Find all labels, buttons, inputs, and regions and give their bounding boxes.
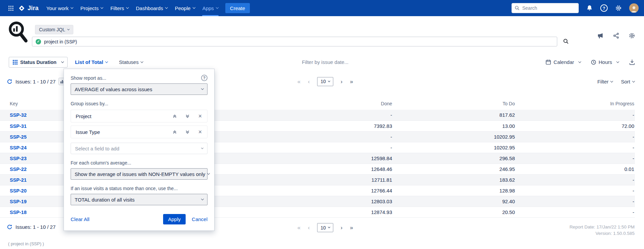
user-avatar[interactable] (629, 3, 639, 13)
show-report-label: Show report as... (71, 75, 106, 81)
add-field-select[interactable]: Select a field to add (71, 143, 207, 154)
issue-key-link[interactable]: SSP-32 (10, 112, 27, 118)
run-query-search-icon[interactable] (563, 38, 569, 45)
jira-logo[interactable]: Jira (16, 5, 43, 12)
hours-dropdown-button[interactable]: Hours (591, 59, 619, 65)
first-page-button[interactable]: « (297, 79, 300, 84)
chevron-down-icon (141, 60, 143, 63)
column-average-value: Show the average of issues with NON-EMPT… (75, 171, 205, 177)
issue-key-link[interactable]: SSP-22 (10, 167, 27, 172)
cancel-link[interactable]: Cancel (192, 216, 207, 222)
issue-key-link[interactable]: SSP-20 (10, 188, 27, 193)
last-page-button[interactable]: » (350, 79, 353, 84)
nav-item-your-work[interactable]: Your work (43, 0, 77, 16)
chevron-down-icon (616, 60, 619, 63)
create-button[interactable]: Create (225, 3, 250, 13)
cell-todo: 246.95 (393, 164, 516, 174)
statuses-label: Statuses (119, 59, 139, 65)
report-date: Report Date: 17/Jan/22 1:50 PM (569, 224, 635, 230)
share-icon[interactable] (613, 33, 619, 39)
show-report-select[interactable]: AVERAGE of values across issues (71, 83, 207, 95)
chevron-down-icon (61, 60, 64, 63)
issues-count-group: Issues: 1 - 10 / 27 (7, 78, 66, 85)
refresh-icon[interactable] (7, 79, 12, 84)
jql-query-input[interactable]: ✓ project in (SSP) (32, 37, 557, 46)
chevron-down-icon (201, 198, 204, 200)
revisit-select[interactable]: TOTAL duration of all visits (71, 194, 207, 205)
search-input[interactable] (512, 3, 579, 13)
clear-all-link[interactable]: Clear All (71, 216, 89, 222)
issue-key-link[interactable]: SSP-31 (10, 123, 27, 129)
calendar-dropdown-button[interactable]: Calendar (545, 59, 581, 65)
next-page-button[interactable]: › (341, 79, 343, 84)
jql-mode-select[interactable]: Custom JQL (35, 25, 73, 34)
cell-inprogress: - (516, 174, 635, 185)
move-to-bottom-icon[interactable] (183, 112, 192, 120)
last-page-button[interactable]: » (350, 225, 353, 230)
refresh-icon[interactable] (7, 224, 12, 230)
feedback-megaphone-icon[interactable] (597, 32, 604, 39)
nav-item-dashboards[interactable]: Dashboards (132, 0, 171, 16)
page-size-select[interactable]: 10 (317, 223, 333, 232)
issue-key-link[interactable]: SSP-19 (10, 199, 27, 204)
cell-done: 7392.83 (202, 120, 393, 131)
hours-label: Hours (599, 59, 612, 65)
nav-item-apps[interactable]: Apps (199, 0, 222, 16)
issue-key-link[interactable]: SSP-23 (10, 156, 27, 161)
group-field-issue-type: Issue Type × (71, 126, 207, 138)
app-switcher-icon[interactable] (5, 3, 16, 13)
move-to-bottom-icon[interactable] (183, 128, 192, 136)
remove-field-icon[interactable]: × (196, 112, 204, 120)
global-search[interactable] (512, 3, 579, 13)
report-settings-gear-icon[interactable] (629, 32, 635, 39)
sort-label: Sort (621, 79, 630, 84)
cell-done: 12766.44 (202, 185, 393, 196)
gear-icon[interactable] (613, 3, 624, 13)
page-size-select[interactable]: 10 (317, 77, 333, 86)
issue-key-link[interactable]: SSP-21 (10, 177, 27, 183)
jira-logo-text: Jira (28, 5, 39, 12)
report-type-button[interactable]: Status Duration (9, 57, 68, 68)
cell-inprogress: - (516, 110, 635, 120)
issue-date-filter-input[interactable]: Filter by issue date... (302, 59, 348, 65)
help-icon[interactable]: ? (201, 75, 207, 81)
nav-item-people[interactable]: People (171, 0, 199, 16)
jira-logo-mark-icon (18, 5, 25, 12)
list-mode-dropdown-button[interactable]: List of Total (75, 59, 108, 65)
cell-inprogress: - (516, 185, 635, 196)
chevron-down-icon (328, 79, 330, 82)
cell-done: 12648.46 (202, 164, 393, 174)
notifications-bell-icon[interactable] (584, 3, 595, 13)
chevron-down-icon (71, 6, 73, 9)
cell-todo: 20.50 (393, 207, 516, 217)
issue-key-link[interactable]: SSP-24 (10, 145, 27, 150)
apply-button[interactable]: Apply (163, 214, 186, 224)
sort-dropdown-button[interactable]: Sort (621, 79, 635, 84)
chevron-down-icon (201, 146, 203, 149)
move-to-top-icon[interactable] (170, 128, 179, 136)
cell-todo: 183.62 (393, 174, 516, 185)
prev-page-button[interactable]: ‹ (308, 225, 310, 230)
next-page-button[interactable]: › (341, 225, 343, 230)
show-report-value: AVERAGE of values across issues (75, 86, 152, 92)
column-average-select[interactable]: Show the average of issues with NON-EMPT… (71, 168, 207, 180)
move-to-top-icon[interactable] (170, 112, 179, 120)
remove-field-icon[interactable]: × (196, 128, 204, 136)
chevron-down-icon (578, 60, 581, 63)
nav-item-filters[interactable]: Filters (107, 0, 132, 16)
report-toolbar: Status Duration List of Total Statuses F… (0, 56, 644, 69)
issue-key-link[interactable]: SSP-25 (10, 134, 27, 140)
first-page-button[interactable]: « (297, 225, 300, 230)
issue-key-link[interactable]: SSP-18 (10, 210, 27, 215)
jql-mode-label: Custom JQL (39, 27, 65, 32)
primary-nav: Your work Projects Filters Dashboards Pe… (43, 0, 222, 16)
help-icon[interactable]: ? (600, 4, 608, 12)
app-logo-magnifier-icon (7, 20, 29, 45)
export-download-icon[interactable] (629, 59, 635, 65)
filter-dropdown-button[interactable]: Filter (597, 79, 613, 84)
prev-page-button[interactable]: ‹ (308, 79, 310, 84)
column-average-section: For each column's average... Show the av… (71, 160, 207, 180)
statuses-dropdown-button[interactable]: Statuses (119, 59, 143, 65)
cell-todo: 128.98 (393, 185, 516, 196)
nav-item-projects[interactable]: Projects (77, 0, 107, 16)
